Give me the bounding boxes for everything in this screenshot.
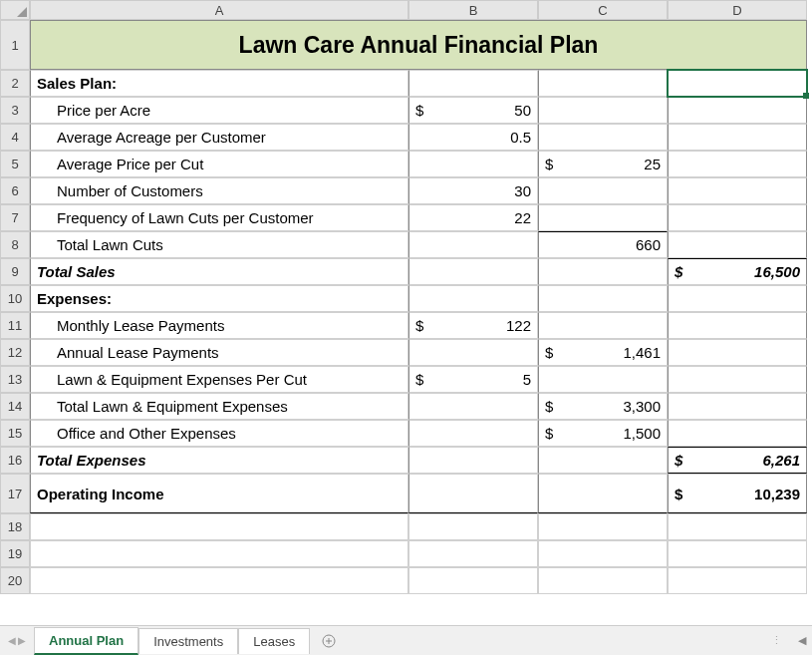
cell-b4[interactable]: 0.5 (408, 124, 538, 151)
row-header[interactable]: 3 (0, 97, 30, 124)
row-header[interactable]: 10 (0, 285, 30, 312)
cell-a4[interactable]: Average Acreage per Customer (30, 124, 408, 151)
cell-b19[interactable] (408, 540, 538, 567)
cell-d3[interactable] (668, 97, 807, 124)
cell-d6[interactable] (668, 177, 807, 204)
cell-d2-selected[interactable] (668, 70, 807, 97)
tab-investments[interactable]: Investments (138, 628, 238, 654)
cell-c9[interactable] (538, 258, 668, 285)
cell-d8[interactable] (668, 231, 807, 258)
tab-leases[interactable]: Leases (238, 628, 310, 654)
cell-c10[interactable] (538, 285, 668, 312)
cell-a15[interactable]: Office and Other Expenses (30, 420, 408, 447)
cell-b5[interactable] (408, 151, 538, 177)
cell-b20[interactable] (408, 567, 538, 594)
cell-a12[interactable]: Annual Lease Payments (30, 339, 408, 366)
cell-b16[interactable] (408, 447, 538, 474)
row-header[interactable]: 9 (0, 258, 30, 285)
cell-d9[interactable]: $16,500 (668, 258, 807, 285)
cell-c19[interactable] (538, 540, 668, 567)
row-header[interactable]: 5 (0, 151, 30, 177)
cell-a16[interactable]: Total Expenses (30, 447, 408, 474)
cell-d7[interactable] (668, 204, 807, 231)
row-header[interactable]: 11 (0, 312, 30, 339)
cell-b7[interactable]: 22 (408, 204, 538, 231)
row-header[interactable]: 20 (0, 567, 30, 594)
cell-d13[interactable] (668, 366, 807, 393)
cell-d18[interactable] (668, 513, 807, 540)
cell-a6[interactable]: Number of Customers (30, 177, 408, 204)
cell-a11[interactable]: Monthly Lease Payments (30, 312, 408, 339)
cell-d15[interactable] (668, 420, 807, 447)
cell-b17[interactable] (408, 474, 538, 513)
tab-next-icon[interactable]: ▶ (18, 635, 26, 646)
row-header[interactable]: 14 (0, 393, 30, 420)
row-header[interactable]: 4 (0, 124, 30, 151)
cell-b18[interactable] (408, 513, 538, 540)
cell-b2[interactable] (408, 70, 538, 97)
title-cell[interactable]: Lawn Care Annual Financial Plan (30, 20, 807, 70)
cell-a3[interactable]: Price per Acre (30, 97, 408, 124)
row-header[interactable]: 19 (0, 540, 30, 567)
cell-d17[interactable]: $10,239 (668, 474, 807, 513)
cell-b14[interactable] (408, 393, 538, 420)
tab-prev-icon[interactable]: ◀ (8, 635, 16, 646)
cell-d19[interactable] (668, 540, 807, 567)
row-header[interactable]: 15 (0, 420, 30, 447)
add-sheet-button[interactable] (310, 634, 348, 648)
cell-c15[interactable]: $1,500 (538, 420, 668, 447)
cell-c16[interactable] (538, 447, 668, 474)
row-header[interactable]: 17 (0, 474, 30, 513)
cell-d16[interactable]: $6,261 (668, 447, 807, 474)
cell-a13[interactable]: Lawn & Equipment Expenses Per Cut (30, 366, 408, 393)
cell-b3[interactable]: $50 (408, 97, 538, 124)
col-header-c[interactable]: C (538, 0, 668, 20)
cell-c17[interactable] (538, 474, 668, 513)
cell-a2[interactable]: Sales Plan: (30, 70, 408, 97)
cell-b11[interactable]: $122 (408, 312, 538, 339)
cell-d10[interactable] (668, 285, 807, 312)
row-header[interactable]: 13 (0, 366, 30, 393)
cell-c4[interactable] (538, 124, 668, 151)
cell-a5[interactable]: Average Price per Cut (30, 151, 408, 177)
row-header[interactable]: 2 (0, 70, 30, 97)
select-all-corner[interactable] (0, 0, 30, 20)
cell-b10[interactable] (408, 285, 538, 312)
cell-c3[interactable] (538, 97, 668, 124)
row-header[interactable]: 16 (0, 447, 30, 474)
cell-c7[interactable] (538, 204, 668, 231)
col-header-a[interactable]: A (30, 0, 408, 20)
cell-d4[interactable] (668, 124, 807, 151)
col-header-d[interactable]: D (668, 0, 807, 20)
cell-a9[interactable]: Total Sales (30, 258, 408, 285)
cell-b6[interactable]: 30 (408, 177, 538, 204)
cell-c2[interactable] (538, 70, 668, 97)
cell-a17[interactable]: Operating Income (30, 474, 408, 513)
row-header[interactable]: 18 (0, 513, 30, 540)
cell-c20[interactable] (538, 567, 668, 594)
cell-d20[interactable] (668, 567, 807, 594)
row-header[interactable]: 6 (0, 177, 30, 204)
tab-nav-arrows[interactable]: ◀ ▶ (0, 635, 34, 646)
cell-d5[interactable] (668, 151, 807, 177)
spreadsheet-grid[interactable]: A B C D 1 Lawn Care Annual Financial Pla… (0, 0, 812, 594)
cell-b13[interactable]: $5 (408, 366, 538, 393)
cell-c8[interactable]: 660 (538, 231, 668, 258)
cell-a20[interactable] (30, 567, 408, 594)
cell-a14[interactable]: Total Lawn & Equipment Expenses (30, 393, 408, 420)
tab-options-icon[interactable]: ⋮ (763, 634, 792, 647)
cell-c12[interactable]: $1,461 (538, 339, 668, 366)
cell-b8[interactable] (408, 231, 538, 258)
cell-d12[interactable] (668, 339, 807, 366)
cell-c14[interactable]: $3,300 (538, 393, 668, 420)
cell-d14[interactable] (668, 393, 807, 420)
cell-a10[interactable]: Expenses: (30, 285, 408, 312)
cell-c18[interactable] (538, 513, 668, 540)
cell-c6[interactable] (538, 177, 668, 204)
row-header[interactable]: 12 (0, 339, 30, 366)
cell-b12[interactable] (408, 339, 538, 366)
cell-a8[interactable]: Total Lawn Cuts (30, 231, 408, 258)
cell-a18[interactable] (30, 513, 408, 540)
hscroll-left-icon[interactable]: ◀ (792, 634, 812, 647)
row-header[interactable]: 8 (0, 231, 30, 258)
